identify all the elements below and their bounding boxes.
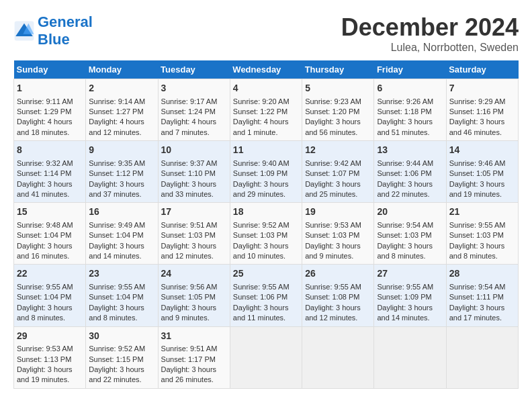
- day-info: Daylight: 3 hours: [89, 241, 154, 251]
- day-number: 19: [305, 205, 371, 219]
- calendar-cell: 11Sunrise: 9:40 AMSunset: 1:09 PMDayligh…: [230, 141, 302, 203]
- day-number: 5: [305, 82, 371, 95]
- day-info: Sunset: 1:04 PM: [17, 292, 83, 302]
- day-info: Sunrise: 9:40 AM: [233, 158, 299, 169]
- week-row-5: 29Sunrise: 9:53 AMSunset: 1:13 PMDayligh…: [14, 326, 519, 388]
- day-number: 20: [377, 205, 443, 219]
- day-number: 8: [17, 144, 83, 157]
- day-info: and 37 minutes.: [89, 189, 154, 199]
- day-number: 23: [89, 267, 154, 281]
- day-number: 17: [161, 205, 227, 219]
- day-info: and 8 minutes.: [377, 251, 443, 261]
- day-info: and 7 minutes.: [161, 128, 227, 138]
- weekday-header-tuesday: Tuesday: [158, 60, 230, 79]
- day-info: and 22 minutes.: [89, 375, 154, 385]
- day-info: Daylight: 3 hours: [305, 179, 371, 189]
- day-number: 14: [449, 144, 515, 157]
- day-info: Daylight: 4 hours: [17, 117, 83, 127]
- day-info: Sunrise: 9:55 AM: [377, 282, 443, 292]
- week-row-2: 8Sunrise: 9:32 AMSunset: 1:14 PMDaylight…: [14, 141, 519, 203]
- day-info: and 51 minutes.: [377, 128, 443, 138]
- calendar-cell: 2Sunrise: 9:14 AMSunset: 1:27 PMDaylight…: [86, 79, 158, 141]
- day-info: Daylight: 4 hours: [89, 117, 154, 127]
- day-info: Daylight: 3 hours: [17, 303, 83, 313]
- day-info: Sunset: 1:09 PM: [233, 169, 299, 179]
- weekday-header-sunday: Sunday: [14, 60, 86, 79]
- day-info: Sunset: 1:27 PM: [89, 107, 154, 117]
- day-number: 15: [17, 205, 83, 219]
- day-info: Daylight: 3 hours: [17, 365, 83, 375]
- day-info: and 8 minutes.: [89, 313, 154, 323]
- day-info: Sunset: 1:04 PM: [89, 292, 154, 302]
- day-number: 22: [17, 267, 83, 281]
- day-info: Sunrise: 9:46 AM: [449, 158, 515, 169]
- calendar-cell: [302, 326, 374, 388]
- title-block: December 2024 Lulea, Norrbotten, Sweden: [341, 13, 519, 54]
- day-info: Daylight: 3 hours: [89, 303, 154, 313]
- day-info: Sunset: 1:16 PM: [449, 107, 515, 117]
- day-info: Daylight: 3 hours: [377, 179, 443, 189]
- day-info: and 25 minutes.: [305, 189, 371, 199]
- calendar-cell: 13Sunrise: 9:44 AMSunset: 1:06 PMDayligh…: [374, 141, 446, 203]
- calendar-cell: 30Sunrise: 9:52 AMSunset: 1:15 PMDayligh…: [86, 326, 158, 388]
- day-info: and 16 minutes.: [17, 251, 83, 261]
- day-info: Daylight: 3 hours: [377, 303, 443, 313]
- day-info: Sunrise: 9:56 AM: [161, 282, 227, 292]
- day-number: 24: [161, 267, 227, 281]
- week-row-4: 22Sunrise: 9:55 AMSunset: 1:04 PMDayligh…: [14, 265, 519, 326]
- day-info: and 41 minutes.: [17, 189, 83, 199]
- day-number: 26: [305, 267, 371, 281]
- day-number: 16: [89, 205, 154, 219]
- day-number: 10: [161, 144, 227, 157]
- day-number: 25: [233, 267, 299, 281]
- day-info: and 33 minutes.: [161, 189, 227, 199]
- calendar-cell: 21Sunrise: 9:55 AMSunset: 1:03 PMDayligh…: [446, 203, 518, 265]
- day-info: Sunset: 1:18 PM: [377, 107, 443, 117]
- day-info: Sunset: 1:06 PM: [377, 169, 443, 179]
- calendar-cell: 26Sunrise: 9:55 AMSunset: 1:08 PMDayligh…: [302, 265, 374, 326]
- day-info: Sunrise: 9:55 AM: [233, 282, 299, 292]
- calendar-cell: 12Sunrise: 9:42 AMSunset: 1:07 PMDayligh…: [302, 141, 374, 203]
- day-info: Daylight: 3 hours: [305, 241, 371, 251]
- day-info: Sunrise: 9:14 AM: [89, 97, 154, 107]
- day-info: Sunrise: 9:42 AM: [305, 158, 371, 169]
- day-info: Sunset: 1:05 PM: [161, 292, 227, 302]
- day-info: and 14 minutes.: [377, 313, 443, 323]
- day-info: and 10 minutes.: [233, 251, 299, 261]
- weekday-header-friday: Friday: [374, 60, 446, 79]
- day-number: 28: [449, 267, 515, 281]
- day-info: Daylight: 3 hours: [233, 179, 299, 189]
- day-info: Sunset: 1:05 PM: [449, 169, 515, 179]
- logo-blue: Blue: [38, 31, 70, 48]
- day-info: Sunrise: 9:51 AM: [161, 344, 227, 354]
- day-info: Sunset: 1:07 PM: [305, 169, 371, 179]
- day-info: Daylight: 3 hours: [449, 241, 515, 251]
- day-info: Sunset: 1:09 PM: [377, 292, 443, 302]
- calendar-cell: 7Sunrise: 9:29 AMSunset: 1:16 PMDaylight…: [446, 79, 518, 141]
- day-info: Sunrise: 9:53 AM: [17, 344, 83, 354]
- weekday-header-row: SundayMondayTuesdayWednesdayThursdayFrid…: [14, 60, 519, 79]
- day-info: Sunset: 1:17 PM: [161, 355, 227, 365]
- day-info: Daylight: 3 hours: [17, 179, 83, 189]
- day-number: 29: [17, 330, 83, 343]
- day-info: Sunrise: 9:52 AM: [233, 220, 299, 230]
- day-info: and 56 minutes.: [305, 128, 371, 138]
- day-info: Sunrise: 9:51 AM: [161, 220, 227, 230]
- day-info: Sunset: 1:11 PM: [449, 292, 515, 302]
- calendar-cell: 1Sunrise: 9:11 AMSunset: 1:29 PMDaylight…: [14, 79, 86, 141]
- day-info: and 11 minutes.: [233, 313, 299, 323]
- weekday-header-thursday: Thursday: [302, 60, 374, 79]
- day-number: 11: [233, 144, 299, 157]
- day-info: Sunrise: 9:23 AM: [305, 97, 371, 107]
- month-title: December 2024: [341, 13, 519, 42]
- day-info: and 1 minute.: [233, 128, 299, 138]
- calendar-cell: 20Sunrise: 9:54 AMSunset: 1:03 PMDayligh…: [374, 203, 446, 265]
- week-row-3: 15Sunrise: 9:48 AMSunset: 1:04 PMDayligh…: [14, 203, 519, 265]
- calendar-cell: 5Sunrise: 9:23 AMSunset: 1:20 PMDaylight…: [302, 79, 374, 141]
- day-info: Sunrise: 9:17 AM: [161, 97, 227, 107]
- calendar-cell: 28Sunrise: 9:54 AMSunset: 1:11 PMDayligh…: [446, 265, 518, 326]
- day-info: Sunrise: 9:11 AM: [17, 97, 83, 107]
- day-info: and 12 minutes.: [305, 313, 371, 323]
- day-info: Daylight: 3 hours: [89, 179, 154, 189]
- day-info: Sunrise: 9:55 AM: [305, 282, 371, 292]
